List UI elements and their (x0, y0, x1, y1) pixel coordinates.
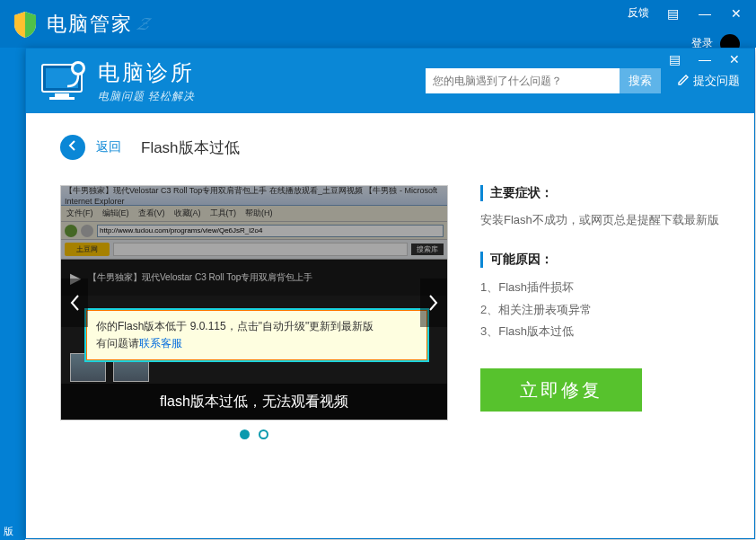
search-button[interactable]: 搜索 (620, 68, 661, 93)
ie-url-field (97, 225, 444, 237)
ie-menubar: 文件(F)编辑(E)查看(V)收藏(A)工具(T)帮助(H) (61, 206, 447, 222)
back-arrow-icon (66, 139, 79, 155)
minimize-icon[interactable]: — (690, 49, 720, 70)
submit-question-label: 提交问题 (693, 73, 740, 89)
ie-menu-item: 文件(F) (66, 208, 93, 219)
footer-char: 版 (4, 525, 13, 538)
content: 返回 Flash版本过低 【牛男独家】现代Velostar C3 Roll To… (26, 113, 754, 458)
menu-icon[interactable]: ▤ (658, 1, 688, 26)
nav-row: 返回 Flash版本过低 (60, 135, 720, 160)
site-logo: 土豆网 (65, 243, 110, 256)
site-search-btn: 搜索库 (411, 243, 444, 255)
ie-page-row: ▶ 【牛男独家】现代Velostar C3 Roll Top专用双肩背包上手 (61, 260, 447, 296)
carousel-dot-2[interactable] (259, 429, 268, 439)
note-line1: 你的Flash版本低于 9.0.115，点击"自动升级"更新到最新版 (96, 318, 418, 335)
search-input[interactable] (426, 68, 620, 93)
flash-warning-note: 你的Flash版本低于 9.0.115，点击"自动升级"更新到最新版 有问题请联… (86, 310, 427, 360)
svg-rect-3 (49, 97, 75, 100)
clinic-subtitle: 电脑问题 轻松解决 (98, 89, 195, 104)
ie-menu-item: 帮助(H) (245, 208, 273, 219)
site-search (113, 243, 408, 256)
clinic-window-controls: ▤ — ✕ (660, 49, 749, 70)
svg-point-5 (74, 64, 83, 73)
parent-window-controls: 反馈 ▤ — ✕ (620, 0, 751, 26)
svg-rect-2 (55, 93, 69, 97)
page-title: Flash版本过低 (141, 137, 240, 158)
clinic-header: 电脑诊所 电脑问题 轻松解决 搜索 提交问题 ▤ — ✕ (26, 49, 754, 113)
carousel-dot-1[interactable] (240, 429, 250, 439)
shield-icon (11, 10, 40, 39)
ie-menu-item: 工具(T) (210, 208, 237, 219)
clinic-title-block: 电脑诊所 电脑问题 轻松解决 (98, 58, 195, 104)
nav-fwd-icon (81, 225, 93, 237)
carousel-prev[interactable] (61, 279, 88, 327)
parent-sidebar-strip: 版 (0, 48, 25, 540)
clinic-title: 电脑诊所 (98, 58, 195, 87)
minimize-icon[interactable]: — (690, 1, 720, 26)
close-icon[interactable]: ✕ (722, 1, 751, 26)
search-wrap: 搜索 提交问题 (426, 68, 740, 93)
parent-titlebar: 电脑管家 𝓩 反馈 ▤ — ✕ 登录 (0, 0, 756, 48)
feedback-button[interactable]: 反馈 (620, 0, 656, 26)
carousel-next[interactable] (420, 279, 447, 327)
carousel-dots (60, 429, 448, 439)
note-line2-prefix: 有问题请 (96, 337, 139, 350)
back-button[interactable] (60, 135, 85, 160)
submit-question-link[interactable]: 提交问题 (677, 73, 740, 89)
edit-icon (677, 74, 690, 89)
carousel-caption: flash版本过低，无法观看视频 (61, 384, 447, 420)
ie-menu-item: 收藏(A) (174, 208, 201, 219)
parent-title: 电脑管家 (47, 11, 133, 38)
parent-title-suffix-icon: 𝓩 (136, 13, 148, 34)
clinic-window: 电脑诊所 电脑问题 轻松解决 搜索 提交问题 ▤ — ✕ (25, 48, 755, 539)
cause-item: 3、Flash版本过低 (480, 321, 720, 343)
cause-item: 2、相关注册表项异常 (480, 299, 720, 322)
ie-titlebar: 【牛男独家】现代Velostar C3 Roll Top专用双肩背包上手 在线播… (61, 186, 447, 206)
restore-icon[interactable]: ▤ (660, 49, 690, 70)
nav-back-icon (65, 225, 77, 237)
side-panel: 主要症状： 安装Flash不成功，或网页总是提醒下载最新版 可能原因： 1、Fl… (480, 185, 720, 437)
carousel-slide: 【牛男独家】现代Velostar C3 Roll Top专用双肩背包上手 在线播… (60, 185, 448, 420)
ie-site-header: 土豆网 搜索库 (61, 240, 447, 260)
monitor-stethoscope-icon (40, 59, 89, 102)
ie-addressbar (61, 222, 447, 240)
fix-now-button[interactable]: 立即修复 (480, 368, 642, 412)
cause-item: 1、Flash插件损坏 (480, 277, 720, 299)
carousel: 【牛男独家】现代Velostar C3 Roll Top专用双肩背包上手 在线播… (60, 185, 448, 437)
symptoms-text: 安装Flash不成功，或网页总是提醒下载最新版 (480, 210, 720, 230)
ie-menu-item: 编辑(E) (102, 208, 129, 219)
note-line2: 有问题请联系客服 (96, 335, 418, 352)
main-row: 【牛男独家】现代Velostar C3 Roll Top专用双肩背包上手 在线播… (60, 185, 720, 437)
causes-heading: 可能原因： (480, 252, 720, 268)
symptoms-heading: 主要症状： (480, 185, 720, 201)
close-icon[interactable]: ✕ (720, 49, 749, 70)
ie-page-tab-text: 【牛男独家】现代Velostar C3 Roll Top专用双肩背包上手 (88, 271, 312, 284)
ie-menu-item: 查看(V) (138, 208, 165, 219)
contact-support-link[interactable]: 联系客服 (139, 337, 182, 350)
back-label[interactable]: 返回 (96, 139, 121, 155)
